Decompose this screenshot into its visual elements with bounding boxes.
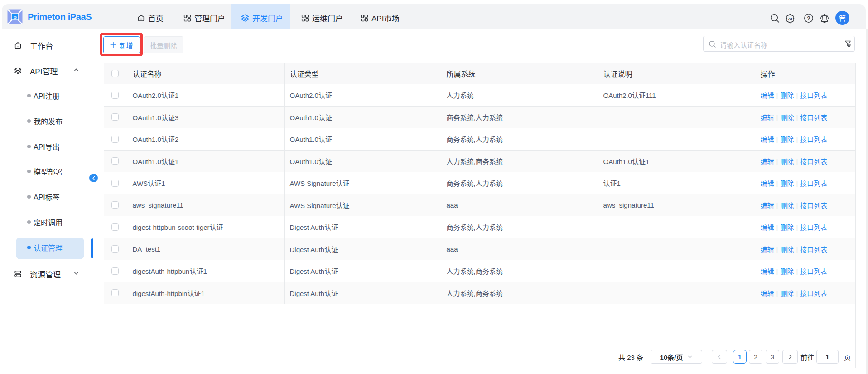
svg-text:p: p	[13, 14, 17, 20]
svg-text:AI: AI	[788, 17, 792, 21]
svg-text:?: ?	[807, 15, 810, 22]
